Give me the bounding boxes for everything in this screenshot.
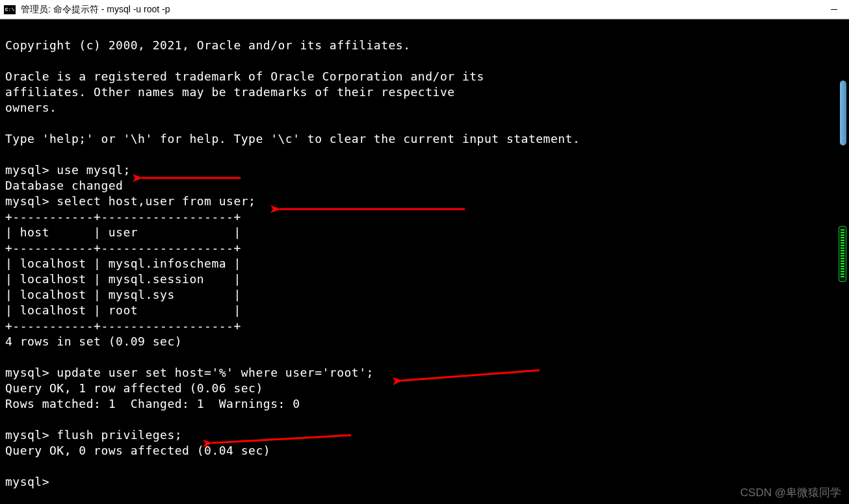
window-titlebar: C:\ 管理员: 命令提示符 - mysql -u root -p — [0, 0, 849, 19]
scroll-indicator [839, 226, 846, 282]
window-title: 管理员: 命令提示符 - mysql -u root -p [21, 4, 170, 16]
watermark-text: CSDN @卑微猿同学 [740, 485, 841, 500]
minimize-button[interactable]: — [819, 0, 849, 19]
scrollbar-thumb[interactable] [840, 81, 846, 145]
terminal-output[interactable]: Copyright (c) 2000, 2021, Oracle and/or … [0, 19, 849, 492]
terminal-icon: C:\ [4, 5, 16, 14]
